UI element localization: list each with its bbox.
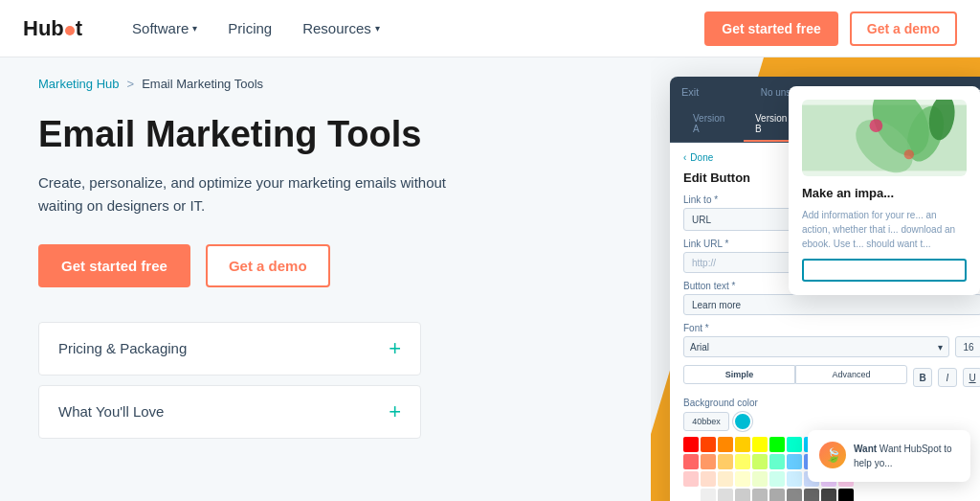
logo-dot — [65, 26, 75, 35]
hero-get-demo-button[interactable]: Get a demo — [206, 244, 330, 287]
color-cell[interactable] — [735, 437, 750, 452]
color-cell[interactable] — [769, 489, 785, 501]
app-exit-button[interactable]: Exit — [681, 86, 699, 98]
bg-color-label: Background color — [683, 398, 980, 408]
hero-get-started-button[interactable]: Get started free — [38, 244, 190, 287]
button-text-value: Learn more — [692, 300, 741, 310]
color-cell[interactable] — [752, 489, 768, 501]
color-cell[interactable] — [718, 489, 733, 501]
color-swatch[interactable] — [733, 412, 752, 431]
color-cell[interactable] — [735, 454, 750, 469]
accordion: Pricing & Packaging + What You'll Love + — [38, 322, 421, 439]
color-cell[interactable] — [787, 454, 802, 469]
style-tab-simple[interactable]: Simple — [683, 365, 795, 384]
right-card: Make an impa... Add information for your… — [789, 86, 980, 295]
color-hex-input[interactable]: 40bbex — [683, 412, 729, 431]
link-url-placeholder: http:// — [692, 258, 716, 268]
nav-links: Software ▾ Pricing Resources ▾ — [121, 12, 704, 44]
right-card-title: Make an impa... — [802, 186, 967, 202]
chevron-down-icon-2: ▾ — [375, 23, 380, 34]
color-cell[interactable] — [804, 489, 819, 501]
italic-button[interactable]: I — [938, 368, 957, 387]
color-cell[interactable] — [769, 437, 785, 452]
font-value: Arial — [690, 342, 709, 353]
nav-software-label: Software — [132, 20, 189, 36]
chevron-down-icon: ▾ — [192, 23, 197, 34]
breadcrumb-current: Email Marketing Tools — [142, 77, 263, 91]
get-started-free-button[interactable]: Get started free — [704, 11, 837, 46]
accordion-item-love[interactable]: What You'll Love + — [38, 385, 421, 439]
get-demo-button[interactable]: Get a demo — [850, 11, 957, 46]
font-row: Arial ▾ 16 — [683, 336, 980, 357]
color-cell[interactable] — [787, 489, 802, 501]
color-cell[interactable] — [683, 437, 699, 452]
color-cell[interactable] — [735, 489, 750, 501]
color-cell[interactable] — [838, 489, 854, 501]
bg-color-row: 40bbex — [683, 412, 980, 431]
color-cell[interactable] — [701, 489, 716, 501]
color-cell[interactable] — [701, 471, 716, 487]
font-chevron-icon: ▾ — [938, 342, 943, 353]
color-cell[interactable] — [787, 437, 802, 452]
chat-widget[interactable]: 🍃 Want Want HubSpot to help yo... — [808, 430, 970, 482]
color-cell[interactable] — [701, 437, 716, 452]
chat-avatar: 🍃 — [819, 442, 846, 468]
button-text-input[interactable]: Learn more — [683, 294, 980, 315]
nav-pricing[interactable]: Pricing — [216, 12, 283, 44]
color-cell[interactable] — [821, 489, 836, 501]
underline-button[interactable]: U — [963, 368, 980, 387]
nav-resources[interactable]: Resources ▾ — [291, 12, 391, 44]
color-cell[interactable] — [718, 437, 733, 452]
breadcrumb-link[interactable]: Marketing Hub — [38, 77, 120, 91]
color-cell[interactable] — [683, 471, 699, 487]
nav-software[interactable]: Software ▾ — [121, 12, 209, 44]
right-card-description: Add information for your re... an action… — [802, 208, 967, 251]
nav-actions: Get started free Get a demo — [704, 11, 957, 46]
bold-button[interactable]: B — [913, 368, 932, 387]
right-card-illustration — [802, 100, 967, 176]
accordion-love-icon: + — [389, 401, 401, 422]
color-cell[interactable] — [718, 454, 733, 469]
color-cell[interactable] — [752, 471, 768, 487]
style-tab-switcher: Simple Advanced — [683, 365, 907, 384]
accordion-love-label: What You'll Love — [58, 403, 164, 420]
color-cell[interactable] — [683, 454, 699, 469]
accordion-pricing-icon: + — [389, 338, 401, 359]
color-cell[interactable] — [735, 471, 750, 487]
font-size-input[interactable]: 16 — [955, 336, 980, 357]
font-select[interactable]: Arial ▾ — [683, 336, 949, 357]
page-title: Email Marketing Tools — [38, 114, 498, 156]
chat-text: Want Want HubSpot to help yo... — [854, 442, 959, 470]
logo: Hubt — [23, 16, 82, 41]
decorative-leaves-svg — [802, 100, 967, 176]
svg-point-6 — [904, 149, 914, 159]
left-panel: Marketing Hub > Email Marketing Tools Em… — [0, 57, 651, 501]
breadcrumb-separator: > — [127, 77, 135, 91]
breadcrumb: Marketing Hub > Email Marketing Tools — [38, 77, 612, 91]
style-tab-advanced[interactable]: Advanced — [795, 365, 907, 384]
color-cell[interactable] — [752, 454, 768, 469]
nav-resources-label: Resources — [302, 20, 371, 36]
link-to-value: URL — [692, 215, 711, 225]
hero-buttons: Get started free Get a demo — [38, 244, 612, 287]
color-cell[interactable] — [769, 454, 785, 469]
nav-pricing-label: Pricing — [228, 20, 272, 36]
svg-point-5 — [870, 119, 883, 132]
navbar: Hubt Software ▾ Pricing Resources ▾ Get … — [0, 0, 980, 57]
right-card-input[interactable] — [802, 259, 967, 282]
color-cell[interactable] — [769, 471, 785, 487]
color-cell[interactable] — [701, 454, 716, 469]
font-label: Font * — [683, 323, 980, 333]
right-panel: Exit No unsaved changes "CTA TEST" ✏ Ver… — [651, 57, 980, 501]
hero-description: Create, personalize, and optimize your m… — [38, 171, 459, 217]
color-cell[interactable] — [683, 489, 699, 501]
accordion-pricing-label: Pricing & Packaging — [58, 340, 187, 356]
logo-text: Hubt — [23, 16, 82, 41]
app-tab-version-a[interactable]: Version A — [681, 107, 744, 142]
color-cell[interactable] — [787, 471, 802, 487]
color-cell[interactable] — [718, 471, 733, 487]
color-cell[interactable] — [752, 437, 768, 452]
chevron-left-icon: ‹ — [683, 152, 686, 163]
accordion-item-pricing[interactable]: Pricing & Packaging + — [38, 322, 421, 376]
main-content: Marketing Hub > Email Marketing Tools Em… — [0, 57, 980, 501]
